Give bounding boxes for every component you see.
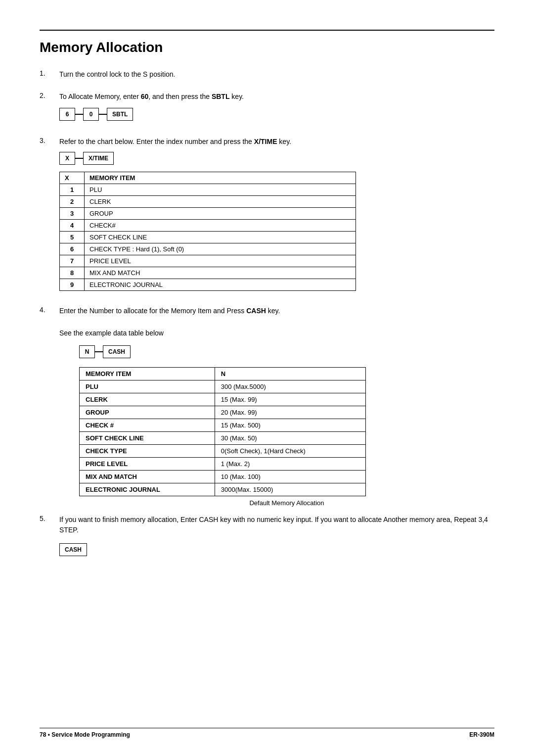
list-item: ELECTRONIC JOURNAL3000(Max. 15000) (80, 483, 366, 496)
item-value: 20 (Max. 99) (215, 406, 365, 419)
top-rule (40, 30, 494, 31)
item-value: 1 (Max. 2) (215, 458, 365, 471)
connector-2 (99, 114, 107, 115)
step-5-number: 5. (40, 515, 59, 522)
step-3-content: Refer to the chart below. Enter the inde… (59, 137, 494, 299)
data-col-n: N (215, 368, 365, 380)
item-label: CHECK # (80, 419, 215, 432)
list-item: PLU300 (Max.5000) (80, 380, 366, 393)
key-group-sbtl: 6 0 SBTL (59, 108, 494, 121)
row-num: 7 (60, 255, 85, 267)
table-row: 1PLU (60, 184, 356, 196)
key-group-cash1: N CASH (79, 345, 494, 358)
footer: 78 • Service Mode Programming ER-390M (40, 728, 494, 738)
data-table-section: MEMORY ITEM N PLU300 (Max.5000) CLERK15 … (79, 367, 494, 507)
page-content: Memory Allocation 1. Turn the control lo… (0, 0, 534, 612)
row-item: MIX AND MATCH (85, 267, 356, 279)
sub-note: See the example data table below (59, 328, 494, 338)
key-cash-final: CASH (59, 543, 87, 556)
item-value: 300 (Max.5000) (215, 380, 365, 393)
key-x: X (59, 152, 75, 165)
row-num: 9 (60, 279, 85, 291)
row-num: 1 (60, 184, 85, 196)
item-value: 15 (Max. 99) (215, 393, 365, 406)
step-4-content: Enter the Number to allocate for the Mem… (59, 306, 494, 321)
step-3-text: Refer to the chart below. Enter the inde… (59, 137, 494, 147)
row-item: ELECTRONIC JOURNAL (85, 279, 356, 291)
row-item: CHECK# (85, 220, 356, 232)
key-n: N (79, 345, 95, 358)
step-4-number: 4. (40, 306, 59, 314)
item-value: 3000(Max. 15000) (215, 483, 365, 496)
data-table-body: PLU300 (Max.5000) CLERK15 (Max. 99) GROU… (80, 380, 366, 496)
connector-1 (75, 114, 83, 115)
row-item: GROUP (85, 208, 356, 220)
item-label: ELECTRONIC JOURNAL (80, 483, 215, 496)
page-title: Memory Allocation (40, 40, 494, 55)
step-3-number: 3. (40, 137, 59, 144)
memory-table: X MEMORY ITEM 1PLU 2CLERK 3GROUP 4CHECK#… (59, 172, 356, 291)
list-item: GROUP20 (Max. 99) (80, 406, 366, 419)
table-row: 2CLERK (60, 196, 356, 208)
step-2-text: To Allocate Memory, enter 60, and then p… (59, 92, 494, 102)
table-row: 6CHECK TYPE : Hard (1), Soft (0) (60, 243, 356, 255)
item-value: 0(Soft Check), 1(Hard Check) (215, 445, 365, 458)
list-item: SOFT CHECK LINE30 (Max. 50) (80, 432, 366, 445)
item-label: GROUP (80, 406, 215, 419)
row-item: CLERK (85, 196, 356, 208)
item-label: CLERK (80, 393, 215, 406)
key-xtime: X/TIME (83, 152, 114, 165)
row-num: 8 (60, 267, 85, 279)
step-1-content: Turn the control lock to the S position. (59, 69, 494, 85)
footer-left: 78 • Service Mode Programming (40, 731, 130, 738)
table-row: 7PRICE LEVEL (60, 255, 356, 267)
item-value: 10 (Max. 100) (215, 471, 365, 483)
memory-table-body: 1PLU 2CLERK 3GROUP 4CHECK# 5SOFT CHECK L… (60, 184, 356, 291)
footer-right: ER-390M (469, 731, 494, 738)
table-caption: Default Memory Allocation (79, 499, 494, 507)
table-row: 5SOFT CHECK LINE (60, 232, 356, 243)
data-table: MEMORY ITEM N PLU300 (Max.5000) CLERK15 … (79, 367, 366, 496)
item-label: PRICE LEVEL (80, 458, 215, 471)
row-item: CHECK TYPE : Hard (1), Soft (0) (85, 243, 356, 255)
row-num: 4 (60, 220, 85, 232)
row-num: 2 (60, 196, 85, 208)
key-group-cash2: CASH (59, 543, 494, 556)
data-table-header-row: MEMORY ITEM N (80, 368, 366, 380)
step-1-text: Turn the control lock to the S position. (59, 69, 494, 80)
row-num: 3 (60, 208, 85, 220)
step-4: 4. Enter the Number to allocate for the … (40, 306, 494, 321)
data-col-memory-item: MEMORY ITEM (80, 368, 215, 380)
step-2-content: To Allocate Memory, enter 60, and then p… (59, 92, 494, 130)
list-item: CLERK15 (Max. 99) (80, 393, 366, 406)
list-item: PRICE LEVEL1 (Max. 2) (80, 458, 366, 471)
row-item: PRICE LEVEL (85, 255, 356, 267)
row-item: SOFT CHECK LINE (85, 232, 356, 243)
row-item: PLU (85, 184, 356, 196)
list-item: CHECK TYPE0(Soft Check), 1(Hard Check) (80, 445, 366, 458)
key-0: 0 (83, 108, 99, 121)
step-2-number: 2. (40, 92, 59, 99)
key-6: 6 (59, 108, 75, 121)
item-label: PLU (80, 380, 215, 393)
step-1: 1. Turn the control lock to the S positi… (40, 69, 494, 85)
row-num: 5 (60, 232, 85, 243)
step-3: 3. Refer to the chart below. Enter the i… (40, 137, 494, 299)
table-row: 3GROUP (60, 208, 356, 220)
step-2: 2. To Allocate Memory, enter 60, and the… (40, 92, 494, 130)
item-value: 30 (Max. 50) (215, 432, 365, 445)
table-row: 9ELECTRONIC JOURNAL (60, 279, 356, 291)
key-sbtl: SBTL (107, 108, 133, 121)
step-4-text: Enter the Number to allocate for the Mem… (59, 306, 494, 316)
step-1-number: 1. (40, 69, 59, 77)
step-5-content: If you want to finish memory allocation,… (59, 515, 494, 565)
col-memory-item-header: MEMORY ITEM (85, 172, 356, 184)
connector-4 (95, 351, 103, 352)
memory-table-header-row: X MEMORY ITEM (60, 172, 356, 184)
col-x-header: X (60, 172, 85, 184)
item-label: SOFT CHECK LINE (80, 432, 215, 445)
item-value: 15 (Max. 500) (215, 419, 365, 432)
item-label: CHECK TYPE (80, 445, 215, 458)
key-cash: CASH (103, 345, 131, 358)
row-num: 6 (60, 243, 85, 255)
